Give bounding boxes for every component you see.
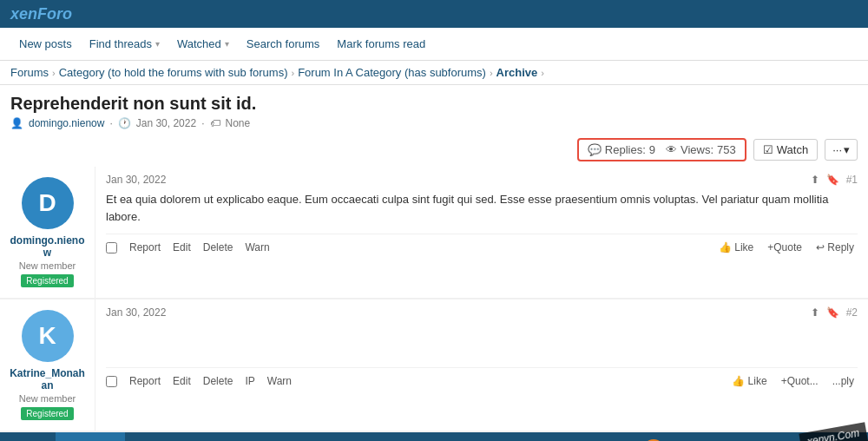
clock-icon: 🕐 [118, 117, 131, 129]
breadcrumb-sep: › [291, 68, 294, 78]
replies-count: 9 [649, 143, 655, 156]
chevron-icon: ▾ [155, 39, 160, 49]
post-2-footer-left: Report Edit Delete IP Warn [106, 373, 721, 389]
post-1: D domingo.nienow New member Registered J… [0, 167, 868, 298]
more-button[interactable]: ··· ▾ [825, 139, 858, 161]
post-2-edit[interactable]: Edit [169, 373, 194, 389]
nav-new-posts[interactable]: New posts [10, 30, 81, 57]
post-2-username[interactable]: Katrine_Monahan [7, 367, 88, 392]
post-1-username[interactable]: domingo.nienow [7, 234, 88, 259]
post-1-footer-left: Report Edit Delete Warn [106, 240, 708, 255]
post-2: K Katrine_Monahan New member Registered … [0, 299, 868, 431]
post-2-footer-right: 👍 Like +Quot... ...ply [728, 373, 858, 389]
bookmark-icon[interactable]: 🔖 [826, 306, 839, 319]
breadcrumb-forum[interactable]: Forum In A Category (has subforums) [298, 66, 486, 79]
breadcrumb-forums[interactable]: Forums [10, 66, 49, 79]
site-logo: xenForo [10, 5, 72, 23]
avatar-letter: K [38, 322, 56, 350]
post-2-text [106, 324, 858, 359]
meta-sep: · [201, 117, 204, 129]
avatar-2: K [22, 310, 74, 362]
share-icon[interactable]: ⬆ [811, 174, 819, 186]
find-threads-label: Find threads [89, 37, 152, 50]
breadcrumb: Forums › Category (to hold the forums wi… [0, 61, 868, 85]
post-2-user-panel: K Katrine_Monahan New member Registered [0, 299, 95, 431]
replies-stat: 💬 Replies: 9 [588, 143, 655, 156]
replies-label: Replies: [605, 143, 646, 156]
stats-highlight: 💬 Replies: 9 👁 Views: 753 [577, 138, 746, 161]
nav-media[interactable]: Media ▾ [216, 432, 278, 441]
views-label: Views: [681, 143, 713, 156]
post-2-reply[interactable]: ...ply [829, 373, 858, 389]
chevron-down-icon: ▾ [844, 143, 850, 156]
post-1-edit[interactable]: Edit [169, 240, 194, 255]
top-bar: xenForo [0, 0, 868, 28]
post-1-quote[interactable]: +Quote [764, 240, 806, 255]
share-icon[interactable]: ⬆ [811, 306, 819, 319]
post-1-delete[interactable]: Delete [200, 240, 237, 255]
post-1-badge: Registered [21, 274, 73, 287]
post-2-warn[interactable]: Warn [264, 373, 295, 389]
post-2-ip[interactable]: IP [241, 373, 258, 389]
views-count: 753 [717, 143, 736, 156]
post-1-warn[interactable]: Warn [241, 240, 273, 255]
thread-prefix: None [226, 117, 251, 129]
breadcrumb-end: › [541, 68, 544, 78]
breadcrumb-current: Archive [496, 66, 538, 79]
post-2-report[interactable]: Report [126, 373, 164, 389]
breadcrumb-sep: › [52, 68, 56, 78]
author-icon: 👤 [10, 117, 23, 129]
post-1-num: #1 [846, 174, 858, 186]
post-1-top-actions: ⬆ 🔖 #1 [811, 174, 858, 186]
post-2-quote[interactable]: +Quot... [778, 373, 822, 389]
watch-button[interactable]: ☑ Watch [753, 139, 818, 161]
post-1-user-panel: D domingo.nienow New member Registered [0, 167, 95, 298]
more-label: ··· [832, 143, 842, 156]
post-1-footer: Report Edit Delete Warn 👍 Like +Quote ↩ … [106, 234, 858, 255]
post-1-content-area: Jan 30, 2022 ⬆ 🔖 #1 Et ea quia dolorem u… [95, 167, 868, 298]
bookmark-icon[interactable]: 🔖 [826, 174, 839, 186]
post-1-like[interactable]: 👍 Like [715, 240, 757, 255]
post-1-report[interactable]: Report [126, 240, 164, 255]
thread-title-area: Reprehenderit non sunt sit id. 👤 domingo… [0, 85, 868, 133]
nav-mark-read[interactable]: Mark forums read [328, 30, 434, 57]
nav-whats-new[interactable]: What's new ▾ [125, 432, 216, 441]
bottom-nav: Blog Forums ▾ What's new ▾ Media ▾ Resou… [0, 432, 868, 441]
post-2-role: New member [7, 393, 88, 404]
post-1-checkbox[interactable] [106, 242, 117, 253]
tag-icon: 🏷 [210, 117, 220, 129]
avatar-1: D [22, 177, 74, 229]
nav-resources[interactable]: Resources ▾ [279, 432, 365, 441]
post-1-header: Jan 30, 2022 ⬆ 🔖 #1 [106, 174, 858, 186]
thread-date: Jan 30, 2022 [136, 117, 196, 129]
post-1-date: Jan 30, 2022 [106, 174, 166, 186]
post-2-delete[interactable]: Delete [200, 373, 237, 389]
post-2-checkbox[interactable] [106, 376, 117, 387]
chevron-icon: ▾ [225, 39, 229, 49]
post-2-date: Jan 30, 2022 [106, 306, 166, 319]
post-2-top-actions: ⬆ 🔖 #2 [811, 306, 858, 319]
nav-search-forums[interactable]: Search forums [238, 30, 329, 57]
breadcrumb-category[interactable]: Category (to hold the forums with sub fo… [59, 66, 288, 79]
nav-members[interactable]: Members ▾ [365, 432, 444, 441]
thread-title: Reprehenderit non sunt sit id. [10, 94, 858, 114]
nav-forums[interactable]: Forums ▾ [56, 432, 125, 441]
post-2-like[interactable]: 👍 Like [728, 373, 770, 389]
nav-watched[interactable]: Watched ▾ [168, 30, 238, 57]
nav-blog[interactable]: Blog [10, 432, 56, 441]
nav-find-threads[interactable]: Find threads ▾ [81, 30, 168, 57]
breadcrumb-sep: › [490, 68, 493, 78]
post-1-reply[interactable]: ↩ Reply [812, 240, 858, 255]
avatar-letter: D [38, 189, 56, 217]
thread-author[interactable]: domingo.nienow [29, 117, 104, 129]
post-2-num: #2 [846, 306, 858, 319]
post-2-content-area: Jan 30, 2022 ⬆ 🔖 #2 Report Edit Delete I… [95, 299, 868, 431]
post-1-text: Et ea quia dolorem ut explicabo eaque. E… [106, 191, 858, 225]
secondary-nav: New posts Find threads ▾ Watched ▾ Searc… [0, 28, 868, 61]
user-avatar-nav[interactable]: 👤 Ozzy47 [637, 436, 714, 441]
post-container: D domingo.nienow New member Registered J… [0, 167, 868, 431]
watched-label: Watched [177, 37, 221, 50]
post-1-role: New member [7, 260, 88, 271]
watch-label: Watch [777, 143, 808, 156]
thread-meta: 👤 domingo.nienow · 🕐 Jan 30, 2022 · 🏷 No… [10, 117, 858, 129]
